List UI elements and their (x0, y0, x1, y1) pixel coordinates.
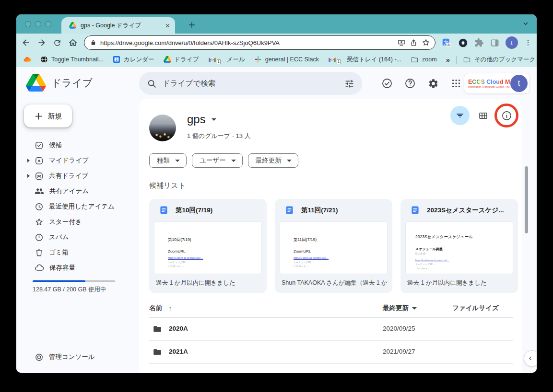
bookmark-label: 受信トレイ (164) -... (347, 56, 401, 64)
new-button[interactable]: 新規 (24, 104, 72, 127)
bookmarks-bar: Toggle Thumbnail... 2 カレンダー ドライブ 1 メール g… (16, 52, 537, 67)
bookmark-star-icon[interactable] (422, 38, 430, 47)
chevron-down-icon (231, 160, 236, 162)
extension-icon[interactable] (458, 38, 468, 48)
back-icon[interactable] (21, 38, 31, 47)
file-name[interactable]: 2020A (169, 325, 188, 332)
extensions-puzzle-icon[interactable] (474, 38, 484, 47)
other-bookmarks-button[interactable]: その他のブックマーク (463, 56, 535, 64)
suggestion-card[interactable]: 第10回(7/19) 第10回(7/19) ZoomURL https://u-… (149, 199, 267, 293)
bookmark-folder-zoom[interactable]: zoom (411, 56, 437, 63)
availability-status-button[interactable] (380, 77, 394, 90)
preview-subtitle: ZoomURL (168, 249, 255, 254)
sort-ascending-icon[interactable]: ↑ (168, 304, 172, 312)
search-bar[interactable] (139, 72, 362, 95)
install-app-icon[interactable] (397, 38, 406, 47)
preview-title: 第11回(7/19) (294, 237, 380, 243)
suggestion-card[interactable]: 2023Sセメスタースケジ... 2023Sセメスタースケジュール スケジュール… (400, 199, 518, 293)
browser-menu-icon[interactable] (524, 39, 532, 46)
chip-type[interactable]: 種類 (149, 153, 187, 168)
bookmark-cloud[interactable] (23, 56, 31, 64)
sidebar-item-label: 候補 (49, 141, 62, 150)
sidebar-item-shared-drives[interactable]: 共有ドライブ (16, 168, 139, 184)
svg-text:2: 2 (116, 58, 118, 61)
annotation-circle (494, 104, 518, 127)
new-tab-button[interactable] (185, 18, 199, 32)
active-filters-button[interactable] (450, 106, 470, 125)
filter-chips: 種類 ユーザー 最終更新 (149, 153, 298, 168)
doc-preview: 第11回(7/19) ZoomURL https://u-tokyo-ac-jp… (280, 221, 388, 274)
scrollbar-thumb[interactable] (525, 166, 528, 233)
profile-avatar[interactable]: t (506, 36, 518, 49)
bookmark-mail[interactable]: 1 メール (208, 56, 245, 64)
folder-icon (153, 347, 162, 357)
search-icon (147, 79, 157, 89)
minimize-window-button[interactable] (35, 21, 41, 27)
side-panel-expand-button[interactable] (524, 350, 537, 367)
home-icon[interactable] (68, 38, 78, 47)
account-avatar[interactable]: t (510, 75, 528, 92)
preview-title: 2023Sセメスタースケジュール (415, 234, 506, 240)
account-badge[interactable]: ECCS Cloud Mail Information Technology C… (464, 73, 530, 94)
preview-link: https://u-tokyo-ac-jp.zoom.us/… (415, 259, 504, 263)
close-tab-icon[interactable] (165, 23, 170, 28)
settings-button[interactable] (426, 77, 440, 90)
group-avatar[interactable] (149, 115, 176, 141)
bookmark-label: カレンダー (124, 56, 154, 64)
card-footer: 過去 1 か月以内に開きました (156, 279, 262, 287)
search-input[interactable] (163, 79, 339, 88)
sidebar-item-recent[interactable]: 最近使用したアイテム (16, 199, 139, 214)
bookmark-inbox[interactable]: 1 受信トレイ (164) -... (328, 56, 401, 64)
side-panel-icon[interactable] (490, 38, 499, 47)
sidebar-item-trash[interactable]: ゴミ箱 (16, 245, 139, 260)
bookmark-slack[interactable]: general | ECC Slack (254, 56, 319, 63)
browser-tab[interactable]: gps - Google ドライブ (61, 17, 175, 34)
column-modified[interactable]: 最終更新 (383, 304, 417, 312)
docs-icon (411, 206, 420, 215)
chip-modified[interactable]: 最終更新 (248, 153, 298, 168)
share-icon[interactable] (410, 39, 418, 47)
bookmark-calendar[interactable]: 2 カレンダー (113, 56, 154, 64)
sidebar-item-storage[interactable]: 保存容量 (16, 260, 139, 276)
search-options-icon[interactable] (344, 79, 354, 89)
expand-arrow-icon[interactable] (27, 174, 30, 178)
drive-brand[interactable]: ドライブ (26, 74, 93, 92)
address-bar[interactable]: https://drive.google.com/drive/u/0/folde… (84, 35, 435, 50)
expand-arrow-icon[interactable] (27, 159, 30, 162)
suggestion-card[interactable]: 第11回(7/21) 第11回(7/19) ZoomURL https://u-… (275, 199, 392, 293)
chip-people[interactable]: ユーザー (192, 153, 243, 168)
column-size[interactable]: ファイルサイズ (452, 304, 499, 312)
preview-link: https://u-tokyo-ac-jp.zoom.us/j/… (168, 256, 247, 260)
column-name[interactable]: 名前 ↑ (149, 304, 172, 312)
preview-fine-text: パスコード: … (294, 264, 380, 268)
file-row[interactable]: 2020A 2020/09/25 — (149, 318, 513, 341)
translate-extension-icon[interactable]: 文A (442, 38, 452, 48)
close-window-button[interactable] (25, 21, 31, 27)
sidebar-item-my-drive[interactable]: マイドライブ (16, 153, 139, 168)
admin-console-button[interactable]: 管理コンソール (16, 349, 95, 365)
reload-icon[interactable] (53, 38, 62, 47)
file-name[interactable]: 2021A (169, 348, 188, 355)
url-text[interactable]: https://drive.google.com/drive/u/0/folde… (100, 39, 393, 46)
sidebar-item-spam[interactable]: スパム (16, 230, 139, 245)
card-title: 第11回(7/21) (301, 206, 338, 215)
zoom-window-button[interactable] (45, 21, 51, 27)
sidebar-item-label: マイドライブ (49, 156, 89, 165)
preview-fine-text: ミーティングID: … (294, 260, 380, 265)
file-row[interactable]: 2021A 2021/09/27 — (149, 341, 513, 364)
google-apps-button[interactable] (449, 77, 463, 90)
forward-icon[interactable] (37, 38, 47, 47)
gmail-icon (208, 56, 216, 63)
group-title[interactable]: gps (187, 113, 216, 126)
support-button[interactable] (403, 77, 417, 90)
bookmarks-overflow-button[interactable]: » (446, 56, 450, 64)
grid-view-toggle[interactable] (476, 108, 490, 123)
bookmark-drive[interactable]: ドライブ (164, 56, 199, 64)
sidebar-item-starred[interactable]: スター付き (16, 214, 139, 230)
tab-strip: gps - Google ドライブ (16, 14, 537, 34)
bookmark-toggle-thumbnail[interactable]: Toggle Thumbnail... (40, 56, 104, 63)
drive-icon (164, 56, 171, 63)
sidebar-item-suggestions[interactable]: 候補 (16, 138, 139, 153)
sidebar-item-shared-with-me[interactable]: 共有アイテム (16, 184, 139, 199)
tab-strip-chevron-icon[interactable] (521, 19, 530, 28)
